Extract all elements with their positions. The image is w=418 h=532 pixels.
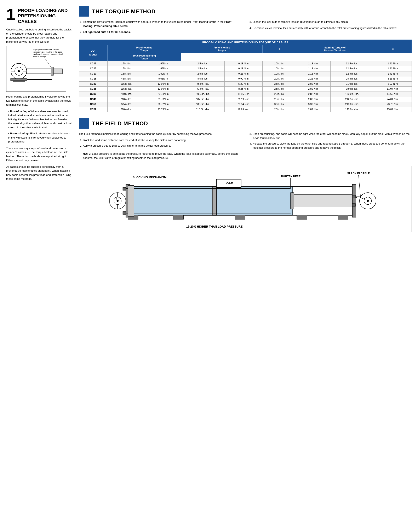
left-column: 1 PROOF-LOADING ANDPRETENSIONINGCABLES O…	[6, 6, 72, 232]
cell-pl2: 23.73N-m	[145, 92, 181, 97]
cell-tt1: 71.0in.-lbs.	[330, 81, 374, 87]
svg-point-4	[18, 70, 20, 72]
cell-st2: 2.26 N-m	[296, 77, 330, 82]
table-row: CC05 15in.-lbs. 1.69N-m 2.5in.-lbs. 0.28…	[79, 61, 412, 66]
torque-method-header: THE TORQUE METHOD	[79, 6, 412, 17]
cable-diagram: Improper cable tension causes excessive …	[6, 46, 66, 92]
svg-text:LOAD: LOAD	[224, 182, 233, 185]
cell-st1: 20in.-lbs.	[262, 77, 296, 82]
cell-tt2: 24.01 N-m	[374, 97, 412, 102]
cell-st2: 2.82 N-m	[296, 87, 330, 92]
svg-rect-10	[13, 80, 25, 82]
cell-pt1: 180.0in.-lbs.	[181, 102, 224, 107]
table-row: CC07 15in.-lbs. 1.69N-m 2.5in.-lbs. 0.28…	[79, 66, 412, 71]
cell-pt1: 2.5in.-lbs.	[181, 71, 224, 77]
svg-text:TIGHTEN HERE: TIGHTEN HERE	[281, 175, 301, 178]
cell-st2: 1.13 N-m	[296, 61, 330, 66]
cell-pl2: 36.72N-m	[145, 102, 181, 107]
cell-pl2: 12.99N-m	[145, 87, 181, 92]
cell-pt2: 0.90 N-m	[224, 77, 262, 82]
col-equals: =	[374, 45, 412, 53]
torque-step-4: Re-torque clevis terminal lock nuts equa…	[253, 26, 412, 30]
page-layout: 1 PROOF-LOADING ANDPRETENSIONINGCABLES O…	[6, 6, 412, 232]
svg-rect-19	[352, 185, 356, 217]
col-proof-loading: Proof-loadingTorque	[107, 45, 181, 53]
svg-line-58	[359, 175, 360, 198]
intro-p2: Proof-loading and pretensioning involve …	[6, 95, 72, 107]
field-header-icon	[79, 118, 89, 129]
cell-pl2: 1.69N-m	[145, 71, 181, 77]
field-step-3: Upon pressurizing, one cable will become…	[253, 132, 412, 140]
svg-rect-48	[235, 215, 245, 220]
cell-pl2: 1.69N-m	[145, 66, 181, 71]
cell-tt1: 28.8in.-lbs.	[330, 77, 374, 82]
torque-steps-list-right: Loosen the lock nuts to remove tension (…	[248, 20, 412, 30]
cell-tt1: 140.0in.-lbs.	[330, 107, 374, 112]
field-steps-list-left: Block the load some distance from the en…	[79, 138, 242, 160]
field-diagram-svg: LOAD BLOCKING MECHANISM TIGHTEN	[79, 166, 412, 232]
svg-rect-16	[128, 187, 293, 215]
svg-text:15-20% HIGHER THAN LOAD PRESSU: 15-20% HIGHER THAN LOAD PRESSURE	[186, 225, 243, 228]
svg-line-45	[116, 197, 117, 201]
svg-text:SLACK IN CABLE: SLACK IN CABLE	[347, 172, 370, 175]
cell-pt1: 46.0in.-lbs.	[181, 81, 224, 87]
cell-pl2: 5.08N-m	[145, 77, 181, 82]
cell-st2: 2.82 N-m	[296, 97, 330, 102]
cell-model: CC07	[79, 66, 107, 71]
svg-rect-40	[123, 188, 126, 190]
cell-pl1: 15in.-lbs.	[107, 66, 145, 71]
col-total-pretensioning: Total PretensioningTorque	[107, 53, 181, 61]
cell-tt2: 1.41 N-m	[374, 66, 412, 71]
bullet-list: Proof-loading – When cables are manufact…	[6, 109, 72, 144]
cell-pt2: 5.20 N-m	[224, 81, 262, 87]
cell-st1: 10in.-lbs.	[262, 71, 296, 77]
cell-pl1: 45in.-lbs.	[107, 77, 145, 82]
cell-pt2: 0.28 N-m	[224, 61, 262, 66]
cell-st2: 1.13 N-m	[296, 66, 330, 71]
svg-rect-50	[338, 215, 348, 220]
cell-st1: 25in.-lbs.	[262, 87, 296, 92]
bullet1-title: Proof-loading	[10, 110, 28, 113]
col-model: CCModel	[79, 45, 107, 61]
cell-tt2: 14.69 N-m	[374, 92, 412, 97]
table-row: CC40 210in.-lbs. 23.73N-m 187.5in.-lbs. …	[79, 97, 412, 102]
svg-point-31	[367, 200, 369, 202]
cell-tt2: 15.82 N-m	[374, 107, 412, 112]
cell-pl2: 12.99N-m	[145, 81, 181, 87]
cell-pl2: 23.73N-m	[145, 97, 181, 102]
cell-st1: 25in.-lbs.	[262, 107, 296, 112]
cell-st2: 2.82 N-m	[296, 81, 330, 87]
cell-model: CC50	[79, 102, 107, 107]
cell-tt1: 130.0in.-lbs.	[330, 92, 374, 97]
col-starting-torque: Starting Torque ofNuts on Terminals	[296, 45, 374, 53]
field-step-2: Apply a pressure that is 15% to 20% high…	[83, 144, 242, 160]
svg-rect-21	[212, 187, 217, 215]
cell-pl1: 15in.-lbs.	[107, 61, 145, 66]
cell-pl1: 15in.-lbs.	[107, 71, 145, 77]
field-steps-list-right: Upon pressurizing, one cable will become…	[248, 132, 412, 150]
section-title: PROOF-LOADING ANDPRETENSIONINGCABLES	[18, 6, 68, 24]
cell-tt2: 8.02 N-m	[374, 81, 412, 87]
torque-steps: Tighten the clevis terminal lock nuts eq…	[79, 20, 412, 36]
intro-p4: All cables should be checked periodicall…	[6, 165, 72, 181]
bullet2-title: Pretensioning	[10, 132, 28, 135]
field-col-left: The Field Method simplifies Proof-loadin…	[79, 132, 242, 162]
cell-model: CC20	[79, 81, 107, 87]
svg-rect-9	[11, 78, 27, 80]
cell-model: CC52	[79, 107, 107, 112]
cell-pl1: 325in.-lbs.	[107, 102, 145, 107]
torque-step-1: Tighten the clevis terminal lock nuts eq…	[83, 20, 242, 28]
cell-st2: 1.13 N-m	[296, 71, 330, 77]
cell-tt2: 1.41 N-m	[374, 71, 412, 77]
cell-st1: 25in.-lbs.	[262, 92, 296, 97]
bullet-pretensioning: Pretensioning– Elastic stretch in cable …	[6, 132, 72, 144]
section-header: 1 PROOF-LOADING ANDPRETENSIONINGCABLES	[6, 6, 72, 24]
field-note: NOTE: Load pressure is defined as the pr…	[83, 152, 238, 159]
cell-model: CC15	[79, 77, 107, 82]
cell-pt2: 12.99 N-m	[224, 107, 262, 112]
cell-tt1: 98.0in.-lbs.	[330, 87, 374, 92]
cell-tt2: 11.07 N-m	[374, 87, 412, 92]
cell-tt1: 12.5in.-lbs.	[330, 61, 374, 66]
cell-pt1: 105.0in.-lbs.	[181, 92, 224, 97]
torque-step-3: Loosen the lock nuts to remove tension (…	[253, 20, 412, 24]
